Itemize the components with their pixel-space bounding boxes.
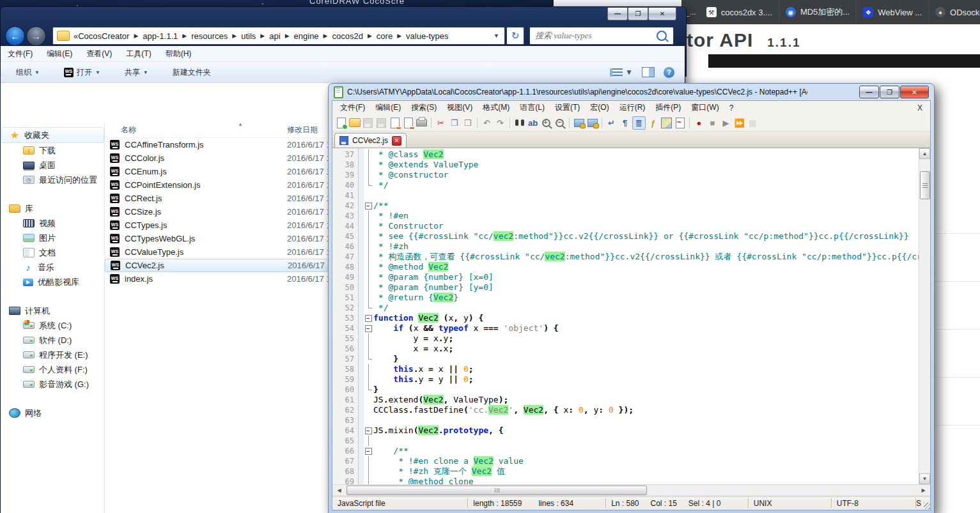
npp-menu-item[interactable]: 窗口(W) (686, 102, 724, 113)
fold-margin[interactable] (364, 160, 373, 170)
breadcrumb-segment[interactable]: engine (294, 31, 319, 41)
minimize-button[interactable]: — (607, 8, 628, 20)
address-dropdown-icon[interactable]: ▼ (488, 33, 504, 39)
npp-menu-item[interactable]: 设置(T) (550, 102, 585, 113)
npp-menu-item[interactable]: 语言(L) (515, 102, 550, 113)
code-line[interactable]: 51 * @return {Vec2} (332, 293, 919, 303)
macro-save-icon[interactable]: ▦ (747, 117, 759, 129)
forward-button[interactable]: → (26, 26, 46, 46)
npp-doc-close-icon[interactable]: X (917, 103, 930, 112)
fold-margin[interactable] (364, 170, 373, 180)
sidebar-item-软件 (D:)[interactable]: 软件 (D:) (1, 333, 104, 348)
explorer-menu-item[interactable]: 文件(F) (1, 49, 40, 59)
breadcrumb-arrow-icon[interactable]: ▶ (281, 33, 294, 39)
npp-menu-item[interactable]: 插件(P) (650, 102, 686, 113)
column-separator[interactable] (287, 124, 288, 135)
code-line[interactable]: 38 * @extends ValueType (332, 160, 919, 170)
breadcrumb-arrow-icon[interactable]: ▶ (228, 33, 241, 39)
show-all-characters-icon[interactable]: ¶ (619, 117, 631, 129)
indent-guide-icon[interactable]: ≣ (632, 116, 646, 130)
macro-record-icon[interactable]: ● (693, 117, 705, 129)
scroll-right-arrow[interactable]: ▶ (918, 485, 929, 495)
code-line[interactable]: 41 (332, 190, 919, 201)
code-line[interactable]: 63 (332, 415, 919, 425)
fold-margin[interactable] (364, 262, 373, 272)
new-file-icon[interactable] (335, 117, 347, 129)
breadcrumb-segment[interactable]: CocosCreator (78, 31, 129, 41)
close-button[interactable]: ✕ (648, 8, 676, 20)
fold-margin[interactable] (364, 282, 373, 293)
fold-margin[interactable] (364, 374, 373, 385)
code-line[interactable]: 43 * !#en (332, 211, 919, 221)
address-bar[interactable]: « CocosCreator▶app-1.1.1▶resources▶utils… (52, 27, 505, 45)
sidebar-item-文档[interactable]: 文档 (1, 245, 104, 260)
fold-margin[interactable] (364, 415, 373, 425)
maximize-button[interactable]: ❐ (628, 8, 648, 20)
undo-icon[interactable]: ↶ (481, 117, 493, 129)
breadcrumb-arrow-icon[interactable]: ▶ (319, 33, 332, 39)
vertical-scroll-thumb[interactable] (920, 171, 930, 199)
copy-icon[interactable]: ❐ (448, 117, 460, 129)
zoom-out-icon[interactable] (554, 117, 566, 129)
code-line[interactable]: 42/** (332, 201, 919, 211)
function-list-icon[interactable]: ƒ (647, 117, 659, 129)
fold-margin[interactable] (364, 477, 373, 484)
fold-margin[interactable] (364, 344, 373, 354)
npp-menu-item[interactable]: 文件(F) (335, 102, 370, 113)
browser-tab[interactable]: ⚒cocos2dx 3.... (700, 0, 779, 24)
horizontal-scrollbar[interactable]: ◀ ▶ (332, 484, 930, 496)
breadcrumb-segment[interactable]: utils (241, 31, 256, 41)
browser-tab[interactable]: ❖WebView ... (856, 0, 928, 24)
sidebar-item-图片[interactable]: 图片 (1, 231, 104, 245)
search-input[interactable] (530, 31, 657, 41)
fold-margin[interactable] (364, 180, 373, 190)
breadcrumb-segment[interactable]: core (377, 31, 393, 41)
save-icon[interactable] (362, 117, 374, 129)
breadcrumb-arrow-icon[interactable]: ▶ (256, 33, 269, 39)
npp-menu-item[interactable]: 视图(V) (442, 102, 478, 113)
code-line[interactable]: 57 } (332, 354, 919, 364)
code-line[interactable]: 59 this.y = y || 0; (332, 374, 919, 385)
fold-margin[interactable] (364, 313, 373, 323)
code-line[interactable]: 39 * @constructor (332, 170, 919, 180)
sort-indicator-icon[interactable]: ▲ (238, 121, 243, 127)
fold-margin[interactable] (364, 211, 373, 221)
sidebar-item-收藏夹[interactable]: ★收藏夹 (1, 127, 104, 143)
new-folder-button[interactable]: 新建文件夹 (166, 65, 217, 80)
scroll-left-arrow[interactable]: ◀ (334, 485, 345, 495)
sidebar-item-网络[interactable]: 网络 (1, 406, 104, 420)
fold-margin[interactable] (364, 436, 373, 446)
sidebar-item-音乐[interactable]: ♪音乐 (1, 260, 104, 275)
notepadpp-title-bar[interactable]: C:\Users\ATMY\AppData\Local\CocosCreator… (329, 84, 934, 100)
sync-horizontal-icon[interactable] (586, 117, 598, 129)
save-all-icon[interactable] (375, 117, 387, 129)
npp-menu-item[interactable]: 编辑(E) (370, 102, 406, 113)
sync-vertical-icon[interactable] (573, 117, 585, 129)
organize-button[interactable]: 组织▼ (10, 65, 46, 80)
code-line[interactable]: 48 * @method Vec2 (332, 262, 919, 272)
fold-margin[interactable] (364, 190, 373, 201)
cut-icon[interactable]: ✂ (435, 117, 447, 129)
code-line[interactable]: 50 * @param {number} [y=0] (332, 282, 919, 293)
zoom-in-icon[interactable] (540, 117, 552, 129)
print-icon[interactable] (416, 117, 428, 129)
sidebar-item-计算机[interactable]: 计算机 (1, 303, 104, 318)
code-line[interactable]: 45 * see {{#crossLink "cc/vec2:method"}}… (332, 231, 919, 241)
fold-margin[interactable] (364, 303, 373, 313)
breadcrumb-segment[interactable]: resources (191, 31, 228, 41)
npp-menu-item[interactable]: 搜索(S) (406, 102, 442, 113)
run-script-icon[interactable] (674, 117, 686, 129)
horizontal-scroll-thumb[interactable] (346, 486, 647, 495)
code-line[interactable]: 47 * 构造函数，可查看 {{#crossLink "cc/vec2:meth… (332, 252, 919, 262)
code-line[interactable]: 49 * @param {number} [x=0] (332, 272, 919, 282)
fold-margin[interactable] (364, 395, 373, 405)
breadcrumb-arrow-icon[interactable]: ▶ (393, 33, 406, 39)
fold-margin[interactable] (364, 385, 373, 395)
tab-ccvec2[interactable]: CCVec2.js ✕ (334, 133, 407, 148)
sidebar-item-系统 (C:)[interactable]: 系统 (C:) (1, 318, 104, 333)
npp-maximize-button[interactable]: ❐ (880, 86, 899, 98)
share-button[interactable]: 共享▼ (118, 65, 155, 80)
code-line[interactable]: 68 * !#zh 克隆一个 Vec2 值 (332, 466, 919, 477)
browser-tab[interactable]: ◉MD5加密的... (779, 0, 856, 24)
fold-margin[interactable] (364, 293, 373, 303)
